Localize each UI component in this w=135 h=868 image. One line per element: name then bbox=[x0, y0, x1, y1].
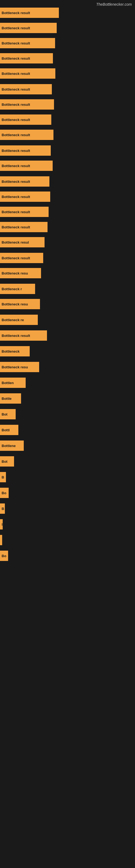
bar-label: Bottleneck result bbox=[2, 72, 30, 76]
bar-row: Bottlen bbox=[0, 378, 135, 393]
bar-spacer bbox=[0, 263, 135, 268]
bar-row: Bottleneck result bbox=[0, 115, 135, 130]
bar-row: Bottleneck bbox=[0, 346, 135, 362]
bar-label: B bbox=[2, 475, 4, 479]
bar: B bbox=[0, 503, 5, 514]
bar-row: Bottle bbox=[0, 393, 135, 409]
bar: Bo bbox=[0, 551, 8, 561]
bar-row: Bottleneck re bbox=[0, 315, 135, 330]
bar-spacer bbox=[0, 467, 135, 472]
bar-label: Bottleneck result bbox=[2, 149, 30, 153]
bar-label: Bo bbox=[2, 554, 6, 558]
bar-label: Bottleneck resu bbox=[2, 302, 28, 306]
bar-label: Bottleneck result bbox=[2, 118, 30, 122]
bar-label: Bottleneck result bbox=[2, 225, 30, 229]
bar: Bottleneck result bbox=[0, 99, 54, 110]
bar: Bottleneck result bbox=[0, 115, 51, 125]
bar-row: Bottleneck result bbox=[0, 176, 135, 191]
bar-spacer bbox=[0, 309, 135, 315]
bar-spacer bbox=[0, 140, 135, 145]
bar-label: Bottl bbox=[2, 428, 10, 432]
bar-spacer bbox=[0, 325, 135, 330]
bar-row: Bottleneck result bbox=[0, 130, 135, 145]
bar-row: Bot bbox=[0, 456, 135, 472]
bars-container: Bottleneck resultBottleneck resultBottle… bbox=[0, 8, 135, 566]
bar-spacer bbox=[0, 217, 135, 222]
bar: Bottleneck result bbox=[0, 161, 53, 171]
bar-row: B bbox=[0, 503, 135, 519]
bar-spacer bbox=[0, 278, 135, 284]
bar-label: Bottleneck result bbox=[2, 195, 30, 199]
bar-row: Bottleneck result bbox=[0, 53, 135, 68]
bar-label: I bbox=[2, 522, 3, 527]
bar-spacer bbox=[0, 48, 135, 53]
bar-label: Bottleneck result bbox=[2, 87, 30, 91]
bar-row: Bo bbox=[0, 488, 135, 503]
bar bbox=[0, 535, 2, 545]
bar: Bottleneck resul bbox=[0, 237, 45, 247]
bar-label: Bottleneck result bbox=[2, 133, 30, 137]
bar: Bottleneck result bbox=[0, 330, 47, 341]
bar-spacer bbox=[0, 232, 135, 237]
bar: Bottleneck re bbox=[0, 315, 38, 325]
bar-label: Bottleneck result bbox=[2, 26, 30, 30]
bar: Bottlene bbox=[0, 440, 24, 451]
bar: Bottleneck result bbox=[0, 68, 55, 79]
bar-row: Bottleneck result bbox=[0, 161, 135, 176]
bar-row: Bottleneck result bbox=[0, 8, 135, 23]
bar-row: Bottleneck result bbox=[0, 84, 135, 99]
bar-spacer bbox=[0, 110, 135, 115]
bar-label: Bottleneck result bbox=[2, 334, 30, 338]
bar-row: Bottleneck result bbox=[0, 222, 135, 237]
bar-spacer bbox=[0, 404, 135, 409]
bar-label: Bottleneck bbox=[2, 349, 19, 353]
bar-spacer bbox=[0, 529, 135, 535]
bar-label: Bottleneck result bbox=[2, 164, 30, 168]
bar-spacer bbox=[0, 202, 135, 207]
bar-row: Bottlene bbox=[0, 440, 135, 456]
bar-spacer bbox=[0, 420, 135, 425]
bar-spacer bbox=[0, 451, 135, 456]
bar-spacer bbox=[0, 247, 135, 253]
bar: Bottleneck r bbox=[0, 284, 35, 294]
bar-spacer bbox=[0, 498, 135, 503]
bar-spacer bbox=[0, 18, 135, 23]
bar: Bottleneck resu bbox=[0, 268, 41, 278]
bar: B bbox=[0, 472, 6, 482]
bar: Bottleneck bbox=[0, 346, 30, 356]
bar: Bottleneck result bbox=[0, 8, 59, 18]
bar-spacer bbox=[0, 482, 135, 488]
bar-label: Bot bbox=[2, 412, 8, 416]
bar: Bottleneck result bbox=[0, 222, 48, 232]
bar-row: Bottleneck result bbox=[0, 99, 135, 115]
bar-spacer bbox=[0, 171, 135, 176]
bar-spacer bbox=[0, 63, 135, 68]
bar-label: Bottlene bbox=[2, 444, 16, 448]
bar-label: Bottleneck resu bbox=[2, 271, 28, 275]
bar-label: Bot bbox=[2, 460, 8, 464]
bar-spacer bbox=[0, 356, 135, 362]
bar-row: I bbox=[0, 519, 135, 535]
bar-spacer bbox=[0, 294, 135, 299]
bar-label: Bottleneck result bbox=[2, 11, 30, 15]
bar-label: Bo bbox=[2, 491, 6, 495]
bar-row: Bottleneck result bbox=[0, 38, 135, 53]
bar: Bottleneck result bbox=[0, 38, 55, 48]
bar-spacer bbox=[0, 156, 135, 161]
bar-spacer bbox=[0, 33, 135, 38]
bar-label: Bottle bbox=[2, 397, 12, 401]
bar-row: Bottleneck resu bbox=[0, 268, 135, 284]
bar-row: Bottleneck r bbox=[0, 284, 135, 299]
bar-label: Bottleneck re bbox=[2, 318, 24, 322]
bar: Bottleneck result bbox=[0, 191, 50, 202]
bar-spacer bbox=[0, 435, 135, 440]
bar-label: B bbox=[2, 507, 4, 511]
bar-label: Bottleneck result bbox=[2, 256, 30, 260]
bar: Bottleneck result bbox=[0, 84, 52, 94]
bar-row: Bottleneck result bbox=[0, 145, 135, 161]
bar-label: Bottleneck r bbox=[2, 287, 22, 291]
bar: Bottlen bbox=[0, 378, 26, 388]
bar-row: Bo bbox=[0, 551, 135, 566]
bar: Bottleneck result bbox=[0, 53, 53, 63]
bar-spacer bbox=[0, 388, 135, 393]
